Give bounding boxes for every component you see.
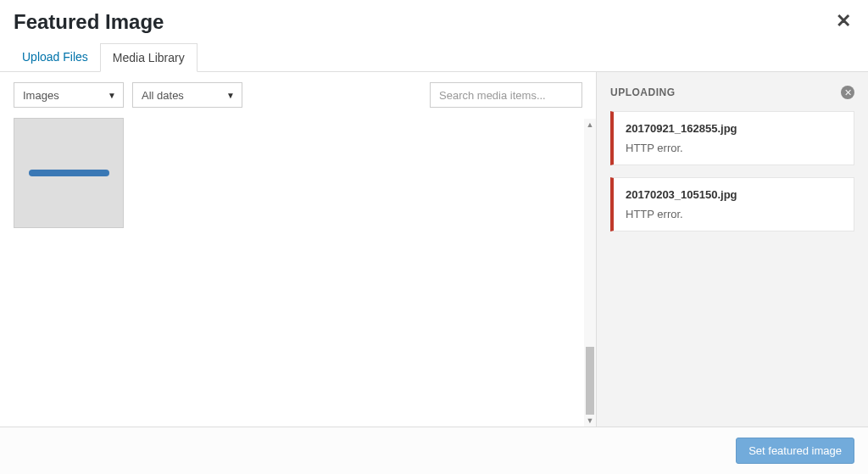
filter-type-label: Images <box>23 89 59 102</box>
dismiss-errors-icon[interactable]: ✕ <box>841 86 854 99</box>
scroll-thumb[interactable] <box>586 347 594 415</box>
tab-bar: Upload Files Media Library <box>0 34 868 72</box>
tab-media-library[interactable]: Media Library <box>100 43 198 72</box>
upload-filename: 20170203_105150.jpg <box>626 188 842 201</box>
upload-error-message: HTTP error. <box>626 208 842 220</box>
upload-error-item: 20170921_162855.jpg HTTP error. <box>610 111 854 165</box>
search-input[interactable] <box>430 82 582 108</box>
sidebar: UPLOADING ✕ 20170921_162855.jpg HTTP err… <box>597 72 868 427</box>
media-thumbnail-uploading[interactable] <box>14 118 124 228</box>
upload-progress-bar <box>29 170 109 176</box>
filter-type-select[interactable]: Images ▼ <box>14 82 124 108</box>
sidebar-title: UPLOADING <box>610 86 676 98</box>
chevron-down-icon: ▼ <box>108 91 116 100</box>
scrollbar[interactable]: ▲ ▼ <box>584 119 596 427</box>
scroll-down-icon[interactable]: ▼ <box>584 415 596 427</box>
upload-filename: 20170921_162855.jpg <box>626 122 842 135</box>
upload-error-message: HTTP error. <box>626 142 842 154</box>
set-featured-image-button[interactable]: Set featured image <box>736 438 854 464</box>
chevron-down-icon: ▼ <box>226 91 235 100</box>
tab-upload-files[interactable]: Upload Files <box>10 43 100 72</box>
scroll-up-icon[interactable]: ▲ <box>584 119 596 131</box>
media-grid <box>0 118 596 427</box>
filter-date-select[interactable]: All dates ▼ <box>132 82 242 108</box>
modal-title: Featured Image <box>14 10 854 34</box>
close-icon[interactable]: ✕ <box>836 12 851 31</box>
filter-date-label: All dates <box>142 89 184 102</box>
upload-error-item: 20170203_105150.jpg HTTP error. <box>610 177 854 231</box>
